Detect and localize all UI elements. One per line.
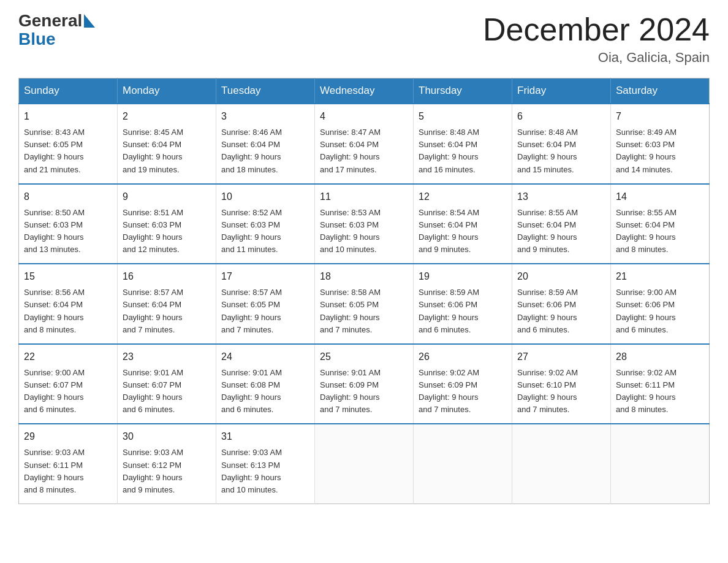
day-info: Sunrise: 8:57 AMSunset: 6:05 PMDaylight:… bbox=[221, 286, 309, 336]
day-header-tuesday: Tuesday bbox=[216, 79, 315, 104]
day-number: 26 bbox=[419, 350, 507, 364]
calendar-cell: 1Sunrise: 8:43 AMSunset: 6:05 PMDaylight… bbox=[19, 104, 118, 184]
calendar-cell: 30Sunrise: 9:03 AMSunset: 6:12 PMDayligh… bbox=[118, 424, 216, 504]
calendar-week-row: 22Sunrise: 9:00 AMSunset: 6:07 PMDayligh… bbox=[19, 344, 710, 424]
day-header-monday: Monday bbox=[118, 79, 216, 104]
calendar-cell: 31Sunrise: 9:03 AMSunset: 6:13 PMDayligh… bbox=[216, 424, 315, 504]
day-info: Sunrise: 8:55 AMSunset: 6:04 PMDaylight:… bbox=[517, 207, 605, 256]
calendar-week-row: 29Sunrise: 9:03 AMSunset: 6:11 PMDayligh… bbox=[19, 424, 710, 504]
day-header-saturday: Saturday bbox=[611, 79, 710, 104]
day-info: Sunrise: 8:56 AMSunset: 6:04 PMDaylight:… bbox=[24, 286, 112, 336]
calendar-cell bbox=[512, 424, 611, 504]
day-info: Sunrise: 9:01 AMSunset: 6:09 PMDaylight:… bbox=[320, 367, 408, 416]
calendar-cell: 15Sunrise: 8:56 AMSunset: 6:04 PMDayligh… bbox=[19, 264, 118, 344]
day-number: 10 bbox=[221, 190, 309, 204]
day-info: Sunrise: 8:52 AMSunset: 6:03 PMDaylight:… bbox=[221, 207, 309, 256]
calendar-week-row: 8Sunrise: 8:50 AMSunset: 6:03 PMDaylight… bbox=[19, 184, 710, 264]
day-number: 4 bbox=[320, 109, 408, 124]
day-info: Sunrise: 8:48 AMSunset: 6:04 PMDaylight:… bbox=[419, 126, 507, 176]
day-info: Sunrise: 8:48 AMSunset: 6:04 PMDaylight:… bbox=[517, 126, 605, 176]
day-number: 25 bbox=[320, 350, 408, 364]
day-header-thursday: Thursday bbox=[414, 79, 512, 104]
logo-triangle-icon bbox=[84, 14, 95, 28]
calendar-cell: 20Sunrise: 8:59 AMSunset: 6:06 PMDayligh… bbox=[512, 264, 611, 344]
day-number: 11 bbox=[320, 190, 408, 204]
page-header: General Blue December 2024 Oia, Galicia,… bbox=[18, 12, 710, 66]
day-info: Sunrise: 8:55 AMSunset: 6:04 PMDaylight:… bbox=[616, 207, 704, 256]
calendar-cell: 11Sunrise: 8:53 AMSunset: 6:03 PMDayligh… bbox=[315, 184, 414, 264]
day-info: Sunrise: 8:59 AMSunset: 6:06 PMDaylight:… bbox=[517, 286, 605, 336]
day-number: 8 bbox=[24, 190, 112, 204]
day-number: 30 bbox=[123, 429, 211, 444]
calendar-cell: 29Sunrise: 9:03 AMSunset: 6:11 PMDayligh… bbox=[19, 424, 118, 504]
day-header-friday: Friday bbox=[512, 79, 611, 104]
day-header-wednesday: Wednesday bbox=[315, 79, 414, 104]
day-number: 5 bbox=[419, 109, 507, 124]
calendar-table: SundayMondayTuesdayWednesdayThursdayFrid… bbox=[18, 78, 710, 504]
day-number: 18 bbox=[320, 269, 408, 284]
title-section: December 2024 Oia, Galicia, Spain bbox=[483, 12, 710, 66]
calendar-cell: 6Sunrise: 8:48 AMSunset: 6:04 PMDaylight… bbox=[512, 104, 611, 184]
location-subtitle: Oia, Galicia, Spain bbox=[483, 50, 710, 66]
day-number: 21 bbox=[616, 269, 704, 284]
calendar-cell bbox=[611, 424, 710, 504]
day-info: Sunrise: 8:59 AMSunset: 6:06 PMDaylight:… bbox=[419, 286, 507, 336]
calendar-week-row: 1Sunrise: 8:43 AMSunset: 6:05 PMDaylight… bbox=[19, 104, 710, 184]
calendar-cell: 19Sunrise: 8:59 AMSunset: 6:06 PMDayligh… bbox=[414, 264, 512, 344]
calendar-cell: 21Sunrise: 9:00 AMSunset: 6:06 PMDayligh… bbox=[611, 264, 710, 344]
day-info: Sunrise: 8:45 AMSunset: 6:04 PMDaylight:… bbox=[123, 126, 211, 176]
day-number: 6 bbox=[517, 109, 605, 124]
day-info: Sunrise: 9:01 AMSunset: 6:08 PMDaylight:… bbox=[221, 367, 309, 416]
calendar-week-row: 15Sunrise: 8:56 AMSunset: 6:04 PMDayligh… bbox=[19, 264, 710, 344]
day-info: Sunrise: 9:03 AMSunset: 6:11 PMDaylight:… bbox=[24, 446, 112, 496]
day-info: Sunrise: 9:02 AMSunset: 6:10 PMDaylight:… bbox=[517, 367, 605, 416]
day-info: Sunrise: 9:03 AMSunset: 6:12 PMDaylight:… bbox=[123, 446, 211, 496]
day-number: 12 bbox=[419, 190, 507, 204]
month-title: December 2024 bbox=[483, 12, 710, 47]
day-info: Sunrise: 9:01 AMSunset: 6:07 PMDaylight:… bbox=[123, 367, 211, 416]
day-number: 2 bbox=[123, 109, 211, 124]
logo: General Blue bbox=[18, 12, 97, 49]
logo-general-text: General bbox=[18, 12, 82, 29]
day-number: 23 bbox=[123, 350, 211, 364]
day-number: 22 bbox=[24, 350, 112, 364]
day-number: 16 bbox=[123, 269, 211, 284]
calendar-cell: 28Sunrise: 9:02 AMSunset: 6:11 PMDayligh… bbox=[611, 344, 710, 424]
day-number: 14 bbox=[616, 190, 704, 204]
calendar-cell: 13Sunrise: 8:55 AMSunset: 6:04 PMDayligh… bbox=[512, 184, 611, 264]
calendar-cell: 12Sunrise: 8:54 AMSunset: 6:04 PMDayligh… bbox=[414, 184, 512, 264]
calendar-cell: 5Sunrise: 8:48 AMSunset: 6:04 PMDaylight… bbox=[414, 104, 512, 184]
day-info: Sunrise: 8:57 AMSunset: 6:04 PMDaylight:… bbox=[123, 286, 211, 336]
calendar-cell: 10Sunrise: 8:52 AMSunset: 6:03 PMDayligh… bbox=[216, 184, 315, 264]
calendar-cell bbox=[414, 424, 512, 504]
day-info: Sunrise: 8:47 AMSunset: 6:04 PMDaylight:… bbox=[320, 126, 408, 176]
day-number: 9 bbox=[123, 190, 211, 204]
calendar-cell: 14Sunrise: 8:55 AMSunset: 6:04 PMDayligh… bbox=[611, 184, 710, 264]
day-number: 3 bbox=[221, 109, 309, 124]
day-number: 13 bbox=[517, 190, 605, 204]
calendar-cell: 26Sunrise: 9:02 AMSunset: 6:09 PMDayligh… bbox=[414, 344, 512, 424]
calendar-cell: 17Sunrise: 8:57 AMSunset: 6:05 PMDayligh… bbox=[216, 264, 315, 344]
day-info: Sunrise: 8:51 AMSunset: 6:03 PMDaylight:… bbox=[123, 207, 211, 256]
logo-blue-text: Blue bbox=[18, 29, 56, 49]
calendar-cell bbox=[315, 424, 414, 504]
day-number: 27 bbox=[517, 350, 605, 364]
calendar-header-row: SundayMondayTuesdayWednesdayThursdayFrid… bbox=[19, 79, 710, 104]
calendar-cell: 2Sunrise: 8:45 AMSunset: 6:04 PMDaylight… bbox=[118, 104, 216, 184]
day-info: Sunrise: 9:03 AMSunset: 6:13 PMDaylight:… bbox=[221, 446, 309, 496]
day-number: 1 bbox=[24, 109, 112, 124]
day-number: 19 bbox=[419, 269, 507, 284]
day-number: 17 bbox=[221, 269, 309, 284]
day-info: Sunrise: 8:53 AMSunset: 6:03 PMDaylight:… bbox=[320, 207, 408, 256]
day-info: Sunrise: 9:00 AMSunset: 6:07 PMDaylight:… bbox=[24, 367, 112, 416]
calendar-cell: 9Sunrise: 8:51 AMSunset: 6:03 PMDaylight… bbox=[118, 184, 216, 264]
calendar-cell: 18Sunrise: 8:58 AMSunset: 6:05 PMDayligh… bbox=[315, 264, 414, 344]
day-number: 15 bbox=[24, 269, 112, 284]
calendar-cell: 24Sunrise: 9:01 AMSunset: 6:08 PMDayligh… bbox=[216, 344, 315, 424]
day-info: Sunrise: 8:50 AMSunset: 6:03 PMDaylight:… bbox=[24, 207, 112, 256]
calendar-cell: 27Sunrise: 9:02 AMSunset: 6:10 PMDayligh… bbox=[512, 344, 611, 424]
day-number: 28 bbox=[616, 350, 704, 364]
day-info: Sunrise: 8:46 AMSunset: 6:04 PMDaylight:… bbox=[221, 126, 309, 176]
calendar-cell: 23Sunrise: 9:01 AMSunset: 6:07 PMDayligh… bbox=[118, 344, 216, 424]
day-number: 31 bbox=[221, 429, 309, 444]
